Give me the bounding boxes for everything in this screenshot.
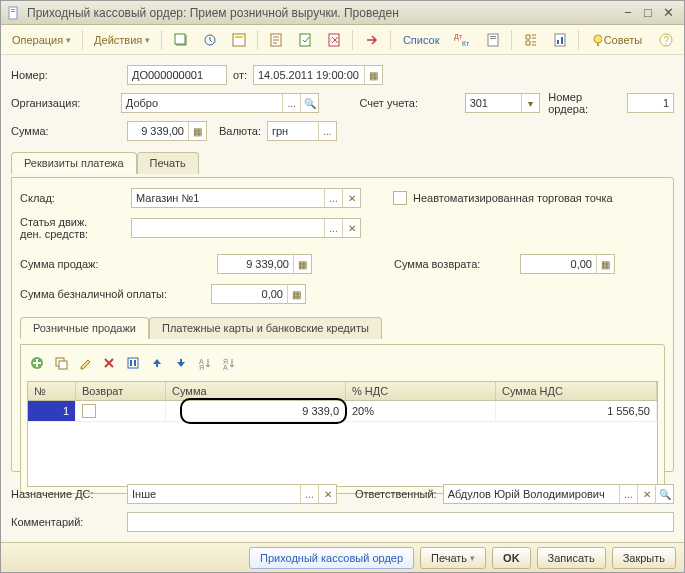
calc-icon[interactable]: ▦ [287,285,305,303]
minimize-button[interactable]: − [618,5,638,21]
comm-label: Комментарий: [11,516,121,528]
toolbar-icon-4[interactable] [264,29,289,51]
col-summa[interactable]: Сумма [166,382,346,400]
cell-ndspct[interactable]: 20% [346,401,496,421]
calendar-icon[interactable]: ▦ [364,66,382,84]
sumcashless-input[interactable]: 0,00▦ [211,284,306,304]
structure-icon[interactable] [518,29,543,51]
toolbar-icon-1[interactable] [168,29,193,51]
tab-cards[interactable]: Платежные карты и банковские кредиты [149,317,382,339]
date-input[interactable]: 14.05.2011 19:00:00▦ [253,65,383,85]
select-icon[interactable]: ... [300,485,318,503]
stat-input[interactable]: ...✕ [131,218,361,238]
settings-icon[interactable] [547,29,572,51]
svg-rect-13 [490,36,496,37]
window-frame: Приходный кассовый ордер: Прием рознично… [0,0,685,573]
nonauto-checkbox[interactable] [393,191,407,205]
calc-icon[interactable]: ▦ [596,255,614,273]
sumsales-input[interactable]: 9 339,00▦ [217,254,312,274]
goto-icon[interactable] [359,29,384,51]
table-row[interactable]: 1 9 339,0 20% 1 556,50 [28,401,657,422]
toolbar-icon-3[interactable] [226,29,251,51]
tips-button[interactable]: Советы [584,29,649,51]
movedown-icon[interactable] [171,353,191,373]
delete-row-icon[interactable] [99,353,119,373]
footer: Приходный кассовый ордер Печать OK Запис… [1,542,684,572]
clear-icon[interactable]: ✕ [318,485,336,503]
cell-summa[interactable]: 9 339,0 [166,401,346,421]
dtkt-icon[interactable]: ДтКт [449,29,476,51]
svg-rect-3 [175,34,185,44]
sum-input[interactable]: 9 339,00▦ [127,121,207,141]
tab-requisites[interactable]: Реквизиты платежа [11,152,137,174]
clear-icon[interactable]: ✕ [342,189,360,207]
maximize-button[interactable]: □ [638,5,658,21]
sumcashless-label: Сумма безналичной оплаты: [20,288,205,300]
comm-input[interactable] [127,512,674,532]
save-button[interactable]: Записать [537,547,606,569]
pko-button[interactable]: Приходный кассовый ордер [249,547,414,569]
print-button[interactable]: Печать [420,547,486,569]
svg-rect-17 [561,37,563,44]
dropdown-icon[interactable]: ▾ [521,94,539,112]
svg-text:?: ? [664,35,670,46]
clear-icon[interactable]: ✕ [342,219,360,237]
toolbar-icon-2[interactable] [197,29,222,51]
svg-rect-0 [9,7,17,19]
open-icon[interactable]: 🔍 [655,485,673,503]
svg-rect-6 [235,36,243,38]
close-window-button[interactable]: Закрыть [612,547,676,569]
operation-menu[interactable]: Операция [7,29,76,51]
col-vozvrat[interactable]: Возврат [76,382,166,400]
moveup-icon[interactable] [147,353,167,373]
col-ndssum[interactable]: Сумма НДС [496,382,657,400]
resp-input[interactable]: Абдулов Юрій Володимирович...✕🔍 [443,484,674,504]
open-icon[interactable]: 🔍 [300,94,318,112]
select-icon[interactable]: ... [324,219,342,237]
col-n[interactable]: № [28,382,76,400]
select-icon[interactable]: ... [324,189,342,207]
sklad-input[interactable]: Магазин №1...✕ [131,188,361,208]
sumret-input[interactable]: 0,00▦ [520,254,615,274]
ordno-input[interactable]: 1 [627,93,674,113]
edit-row-icon[interactable] [75,353,95,373]
number-input[interactable]: ДО000000001 [127,65,227,85]
toolbar-icon-6[interactable] [322,29,347,51]
sortasc-icon[interactable]: AЯ [195,353,215,373]
report-icon[interactable] [480,29,505,51]
col-ndspct[interactable]: % НДС [346,382,496,400]
toolbar-icon-5[interactable] [293,29,318,51]
cell-vozvrat[interactable] [76,401,166,421]
close-button[interactable]: ✕ [658,5,678,21]
actions-menu[interactable]: Действия [89,29,155,51]
nazn-input[interactable]: Інше...✕ [127,484,337,504]
row-checkbox[interactable] [82,404,96,418]
select-icon[interactable]: ... [619,485,637,503]
cell-n: 1 [28,401,76,421]
svg-rect-19 [597,43,599,46]
select-icon[interactable]: ... [318,122,336,140]
svg-rect-14 [490,38,496,39]
currency-input[interactable]: грн... [267,121,337,141]
calc-icon[interactable]: ▦ [188,122,206,140]
svg-rect-1 [11,9,15,10]
calc-icon[interactable]: ▦ [293,255,311,273]
tab-print[interactable]: Печать [137,152,199,174]
ok-button[interactable]: OK [492,547,531,569]
refresh-icon[interactable] [123,353,143,373]
copy-row-icon[interactable] [51,353,71,373]
svg-rect-24 [59,361,67,369]
list-button[interactable]: Список [397,29,445,51]
org-input[interactable]: Добро...🔍 [121,93,319,113]
help-button[interactable]: ? [653,29,678,51]
sumsales-label: Сумма продаж: [20,258,125,270]
svg-rect-16 [557,40,559,44]
clear-icon[interactable]: ✕ [637,485,655,503]
tab-retail[interactable]: Розничные продажи [20,317,149,339]
add-row-icon[interactable] [27,353,47,373]
org-label: Организация: [11,97,115,109]
sortdesc-icon[interactable]: ЯA [219,353,239,373]
select-icon[interactable]: ... [282,94,300,112]
account-input[interactable]: 301▾ [465,93,541,113]
svg-text:Я: Я [199,364,204,370]
